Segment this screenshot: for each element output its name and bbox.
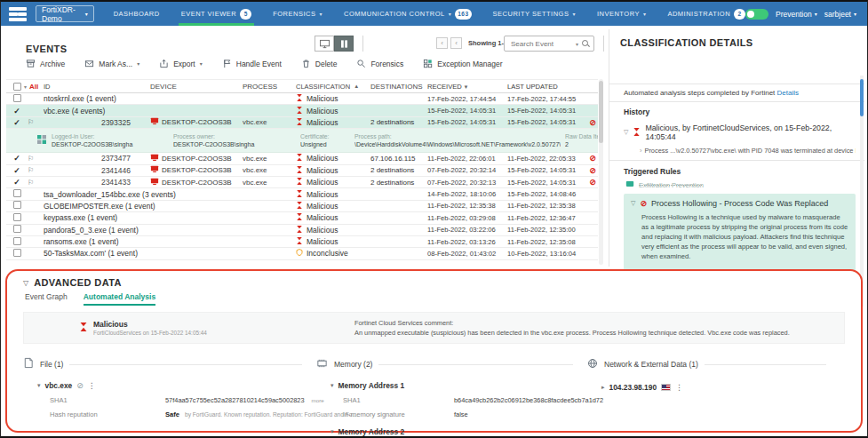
event-row[interactable]: ✓⚐2373477DESKTOP-C2OOS3Bvbc.exeMalicious… bbox=[6, 153, 598, 164]
event-row[interactable]: ✓⚐2393325DESKTOP-C2OOS3Bvbc.exeMalicious… bbox=[6, 117, 598, 129]
row-checkbox[interactable]: ✓ bbox=[6, 118, 28, 127]
export-button[interactable]: Export▾ bbox=[159, 59, 203, 68]
event-group-row[interactable]: pandora5_0_3.exe (1 event)Malicious11-Fe… bbox=[6, 225, 598, 236]
event-group-row[interactable]: ransoms.exe (1 event)Malicious11-Feb-202… bbox=[6, 236, 598, 248]
device-name: DESKTOP-C2OOS3B bbox=[162, 118, 232, 126]
column-header-destinations[interactable]: DESTINATIONS bbox=[370, 83, 427, 91]
column-header-id[interactable]: ID bbox=[44, 83, 150, 91]
prevention-toggle[interactable] bbox=[745, 9, 768, 20]
search-input[interactable] bbox=[509, 39, 572, 49]
flag-icon[interactable]: ⚐ bbox=[28, 166, 44, 174]
network-item[interactable]: ▸ 104.23.98.190 ⋮ bbox=[601, 383, 840, 392]
advanced-data-header[interactable]: ▽ ADVANCED DATA bbox=[23, 277, 845, 288]
first-page-button[interactable]: ‹ bbox=[436, 37, 448, 49]
nav-item-communication-control[interactable]: COMMUNICATION CONTROL▾163 bbox=[344, 2, 472, 26]
column-header-received[interactable]: RECEIVED ▼ bbox=[427, 83, 507, 91]
mark-as-button[interactable]: Mark As...▾ bbox=[84, 59, 139, 68]
expand-triangle-icon[interactable]: ▸ bbox=[601, 384, 605, 391]
row-checkbox[interactable] bbox=[6, 189, 28, 199]
exception-manager-button[interactable]: Exception Manager bbox=[423, 59, 502, 68]
memory-sha1-row: SHA1b64ca49cb262b2c06912be368c8facdee5cb… bbox=[343, 396, 587, 404]
event-group-row[interactable]: ✓vbc.exe (4 events)Malicious15-Feb-2022,… bbox=[6, 105, 598, 116]
nav-item-dashboard[interactable]: DASHBOARD bbox=[114, 2, 160, 26]
nav-item-administration[interactable]: ADMINISTRATION2 bbox=[667, 2, 745, 26]
row-checkbox[interactable] bbox=[6, 225, 28, 235]
memory-signature-row: In-memory signaturefalse bbox=[343, 410, 587, 418]
collapse-triangle-icon[interactable]: ▾ bbox=[37, 382, 41, 389]
row-checkbox[interactable] bbox=[6, 213, 28, 223]
row-checkbox[interactable]: ✓ bbox=[6, 107, 28, 115]
row-checkbox[interactable]: ✓ bbox=[6, 166, 28, 175]
search-icon[interactable] bbox=[582, 40, 589, 47]
collapse-triangle-icon[interactable]: ▽ bbox=[631, 200, 635, 207]
collapse-triangle-icon[interactable]: ▽ bbox=[624, 129, 628, 136]
memory-item-memory-address-2[interactable]: ▾Memory Address 2 bbox=[330, 427, 587, 436]
nav-item-security-settings[interactable]: SECURITY SETTINGS▾ bbox=[493, 2, 576, 26]
event-row[interactable]: ✓⚐2341433DESKTOP-C2OOS3Bvbc.exeMalicious… bbox=[6, 177, 598, 188]
last-updated-cell: 15-Feb-2022, 14:05:31 bbox=[507, 118, 584, 126]
select-all-checkbox[interactable] bbox=[13, 83, 21, 91]
row-checkbox[interactable] bbox=[6, 249, 28, 259]
grid-icon[interactable] bbox=[36, 134, 47, 145]
rule-group-item[interactable]: Exfiltration Prevention bbox=[620, 179, 856, 193]
user-menu[interactable]: sarbjeet ▾ bbox=[824, 10, 856, 19]
tab-event-graph[interactable]: Event Graph bbox=[25, 292, 68, 306]
details-link[interactable]: Details bbox=[777, 89, 799, 97]
column-header-process[interactable]: PROCESS bbox=[243, 83, 296, 91]
event-group-row[interactable]: ntoskrnl.exe (1 event)Malicious17-Feb-20… bbox=[6, 93, 598, 105]
history-detail[interactable]: ›Process ...\v2.0.50727\vbc.exe\ with PI… bbox=[620, 143, 856, 160]
nav-item-event-viewer[interactable]: EVENT VIEWER5 bbox=[181, 2, 252, 26]
tab-automated-analysis[interactable]: Automated Analysis bbox=[84, 292, 155, 306]
select-all-filter[interactable]: ▾ All bbox=[6, 83, 44, 91]
event-row[interactable]: ✓⚐2341446DESKTOP-C2OOS3Bvbc.exeMalicious… bbox=[6, 165, 598, 177]
row-checkbox[interactable] bbox=[6, 201, 28, 211]
event-group-row[interactable]: GLOBEIMPOSTER.exe (1 event)Malicious11-F… bbox=[6, 201, 598, 212]
collapse-triangle-icon[interactable]: ▽ bbox=[23, 279, 28, 287]
advanced-data-panel: ▽ ADVANCED DATA Event Graph Automated An… bbox=[5, 269, 863, 433]
classification-scrollbar-thumb[interactable] bbox=[860, 79, 864, 116]
kebab-menu-icon[interactable]: ⋮ bbox=[675, 383, 683, 392]
mode-selector[interactable]: Prevention ▾ bbox=[776, 10, 817, 19]
forensics-button[interactable]: Forensics bbox=[356, 59, 403, 68]
flag-icon[interactable]: ⚐ bbox=[28, 118, 44, 126]
column-header-last-updated[interactable]: LAST UPDATED bbox=[507, 83, 584, 91]
tenant-selector[interactable]: FortiXDR-Demo ▾ bbox=[36, 5, 94, 22]
nav-item-inventory[interactable]: INVENTORY▾ bbox=[597, 2, 647, 26]
flag-icon[interactable]: ⚐ bbox=[28, 179, 44, 187]
device-view-button[interactable] bbox=[315, 36, 334, 52]
prev-page-button[interactable]: ‹ bbox=[450, 37, 462, 49]
column-header-classification[interactable]: CLASSIFICATION ▲ bbox=[296, 83, 370, 91]
nav-item-forensics[interactable]: FORENSICS▾ bbox=[273, 2, 323, 26]
delete-button[interactable]: Delete bbox=[301, 59, 338, 68]
flag-icon[interactable]: ⚐ bbox=[28, 155, 44, 163]
advanced-sections: File (1) ▾ vbc.exe ⊘ ⋮ SHA1 57f4aa57c755… bbox=[23, 356, 845, 438]
received-cell: 11-Feb-2022, 22:06:01 bbox=[427, 155, 507, 163]
events-scrollbar-thumb[interactable] bbox=[599, 81, 603, 143]
row-checkbox[interactable] bbox=[6, 237, 28, 247]
event-detail-row: Logged-in User:DESKTOP-C2OOS3B\singhaPro… bbox=[6, 129, 598, 153]
column-header-device[interactable]: DEVICE bbox=[150, 83, 243, 91]
rule-header[interactable]: ▽ ⊘ Process Hollowing - Process Code Was… bbox=[631, 199, 848, 208]
event-group-row[interactable]: tsa_downloader_154bbc.exe (3 events)Mali… bbox=[6, 188, 598, 200]
event-group-row[interactable]: keypass.exe (1 event)Malicious11-Feb-202… bbox=[6, 212, 598, 224]
collapse-triangle-icon[interactable]: ▾ bbox=[330, 428, 334, 435]
classification-cell: Malicious bbox=[296, 106, 370, 116]
comment-label: Fortinet Cloud Services comment: bbox=[354, 319, 790, 327]
archive-button[interactable]: Archive bbox=[26, 59, 65, 68]
history-item[interactable]: ▽ Malicious, by FortinetCloudServices, o… bbox=[620, 120, 856, 143]
row-checkbox[interactable]: ✓ bbox=[6, 178, 28, 187]
process-view-button[interactable] bbox=[334, 36, 354, 52]
last-updated-cell: 15-Feb-2022, 14:05:31 bbox=[507, 107, 584, 115]
chevron-down-icon: ▾ bbox=[200, 60, 203, 67]
memory-item-memory-address-1[interactable]: ▾Memory Address 1 bbox=[330, 381, 587, 390]
file-item[interactable]: ▾ vbc.exe ⊘ ⋮ bbox=[37, 381, 316, 390]
kebab-menu-icon[interactable]: ⋮ bbox=[88, 381, 97, 390]
event-group-row[interactable]: 50-TasksMax.com' (1 event)Inconclusive08… bbox=[6, 248, 598, 259]
row-checkbox[interactable]: ✓ bbox=[6, 154, 28, 163]
in-memory-signature-label: In-memory signature bbox=[343, 410, 454, 418]
row-checkbox[interactable] bbox=[6, 94, 28, 104]
collapse-triangle-icon[interactable]: ▾ bbox=[330, 382, 334, 389]
handle-event-button[interactable]: Handle Event bbox=[222, 59, 282, 68]
hash-reputation-label: Hash reputation bbox=[50, 410, 165, 418]
action-label: Export bbox=[173, 60, 195, 68]
